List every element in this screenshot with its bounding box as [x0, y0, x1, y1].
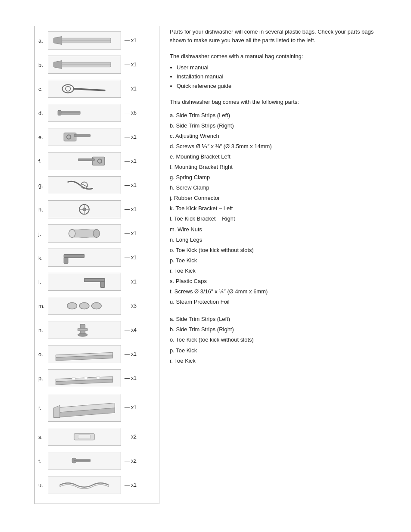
- part-qty-n: — x4: [125, 327, 137, 333]
- part-qty-m: — x3: [125, 303, 137, 309]
- part-row-u: u. — x1: [38, 475, 156, 495]
- svg-point-27: [69, 230, 75, 238]
- svg-rect-37: [78, 328, 88, 331]
- svg-line-8: [74, 89, 105, 90]
- part-qty-a: — x1: [125, 37, 137, 44]
- part-image-j: [48, 224, 121, 243]
- part-label-p: p.: [38, 375, 48, 382]
- svg-point-7: [66, 86, 71, 91]
- part-row-p: p. — x1: [38, 368, 156, 388]
- part-row-f: f. — x1: [38, 151, 156, 171]
- bag-parts-block: This dishwasher bag comes with the follo…: [170, 98, 377, 307]
- part-label-n: n.: [38, 327, 48, 333]
- svg-rect-16: [78, 159, 95, 161]
- svg-point-32: [67, 302, 77, 309]
- manual-item-1: User manual: [177, 63, 377, 72]
- part-row-o: o. — x1: [38, 344, 156, 364]
- manual-bag-list: User manual Installation manual Quick re…: [177, 63, 377, 90]
- part-label-s: s.: [38, 434, 48, 440]
- part-qty-s: — x2: [125, 434, 137, 440]
- part-label-m: m.: [38, 303, 48, 309]
- intro-text: Parts for your dishwasher will come in s…: [170, 28, 377, 44]
- bag-parts-title: This dishwasher bag comes with the follo…: [170, 98, 377, 106]
- part-qty-r: — x1: [125, 404, 137, 411]
- part-label-b: b.: [38, 62, 48, 68]
- part-image-m: [48, 297, 121, 315]
- part-desc-m: m. Wire Nuts: [170, 225, 377, 234]
- part-desc-h: h. Screw Clamp: [170, 183, 377, 193]
- manual-bag-block: The dishwasher comes with a manual bag c…: [170, 52, 377, 90]
- part-desc-p: p. Toe Kick: [170, 256, 377, 265]
- parts-list-box: a. — x1 b. — x1: [34, 26, 159, 504]
- part-qty-d: — x6: [125, 110, 137, 116]
- part-desc-a: a. Side Trim Strips (Left): [170, 111, 377, 120]
- part-qty-o: — x1: [125, 351, 137, 357]
- bag-parts-list: a. Side Trim Strips (Left) b. Side Trim …: [170, 111, 377, 307]
- svg-rect-30: [84, 278, 105, 282]
- part-label-d: d.: [38, 110, 48, 116]
- part-label-u: u.: [38, 482, 48, 488]
- part-qty-h: — x1: [125, 206, 137, 212]
- part-row-a: a. — x1: [38, 31, 156, 50]
- svg-point-33: [80, 302, 90, 309]
- part-row-j: j. — x1: [38, 224, 156, 243]
- svg-marker-47: [54, 405, 60, 417]
- part-image-f: [48, 152, 121, 170]
- svg-rect-43: [84, 377, 88, 380]
- second-b: b. Side Trim Strips (Right): [170, 325, 377, 334]
- part-row-e: e. — x1: [38, 127, 156, 147]
- part-row-c: c. — x1: [38, 79, 156, 99]
- part-desc-c: c. Adjusting Wrench: [170, 131, 377, 141]
- part-image-n: [48, 321, 121, 339]
- intro-block: Parts for your dishwasher will come in s…: [170, 28, 377, 44]
- svg-rect-15: [93, 157, 105, 165]
- part-row-r: r. — x1: [38, 392, 156, 423]
- part-qty-l: — x1: [125, 279, 137, 285]
- part-desc-r: r. Toe Kick: [170, 266, 377, 276]
- part-row-n: n. — x4: [38, 320, 156, 340]
- second-a: a. Side Trim Strips (Left): [170, 314, 377, 324]
- part-label-f: f.: [38, 158, 48, 165]
- part-image-b: [48, 56, 121, 74]
- svg-point-26: [93, 230, 100, 238]
- manual-item-2: Installation manual: [177, 72, 377, 81]
- part-qty-f: — x1: [125, 158, 137, 164]
- part-qty-t: — x2: [125, 458, 137, 464]
- part-desc-e: e. Mounting Bracket Left: [170, 152, 377, 162]
- part-image-o: [48, 345, 121, 363]
- part-label-j: j.: [38, 230, 48, 237]
- svg-point-36: [78, 333, 88, 337]
- part-label-k: k.: [38, 255, 48, 261]
- part-row-k: k. — x1: [38, 248, 156, 268]
- svg-rect-25: [72, 230, 97, 238]
- svg-rect-28: [64, 254, 84, 258]
- second-o: o. Toe Kick (toe kick without slots): [170, 335, 377, 345]
- main-container: a. — x1 b. — x1: [34, 26, 377, 504]
- part-desc-j: j. Rubber Connector: [170, 193, 377, 203]
- svg-point-34: [92, 302, 102, 309]
- part-desc-l: l. Toe Kick Bracket – Right: [170, 214, 377, 224]
- svg-marker-2: [54, 37, 62, 45]
- part-desc-d: d. Screws Ø ⅓″ x ⅜″ (Ø 3.5mm x 14mm): [170, 142, 377, 151]
- part-qty-e: — x1: [125, 134, 137, 140]
- right-content: Parts for your dishwasher will come in s…: [170, 26, 377, 373]
- svg-marker-5: [54, 61, 62, 69]
- part-image-s: [48, 428, 121, 446]
- svg-point-6: [62, 85, 74, 93]
- part-qty-p: — x1: [125, 375, 137, 381]
- part-row-h: h. — x1: [38, 199, 156, 219]
- part-qty-j: — x1: [125, 230, 137, 236]
- part-image-p: [48, 369, 121, 387]
- second-p: p. Toe Kick: [170, 346, 377, 355]
- part-qty-k: — x1: [125, 255, 137, 261]
- part-label-o: o.: [38, 351, 48, 358]
- part-qty-g: — x1: [125, 182, 137, 188]
- svg-rect-49: [78, 435, 90, 439]
- part-row-s: s. — x2: [38, 427, 156, 447]
- part-image-c: [48, 80, 121, 98]
- part-label-g: g.: [38, 182, 48, 189]
- svg-rect-13: [74, 134, 90, 137]
- manual-item-3: Quick reference guide: [177, 82, 377, 90]
- part-desc-f: f. Mounting Bracket Right: [170, 162, 377, 172]
- second-list-block: a. Side Trim Strips (Left) b. Side Trim …: [170, 314, 377, 365]
